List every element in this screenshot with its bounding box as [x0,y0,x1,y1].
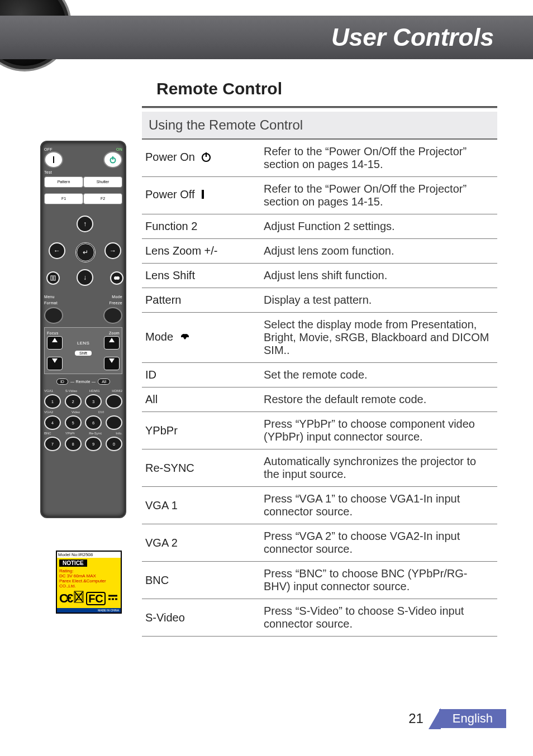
table-row: Mode Select the display mode from Presen… [142,313,497,363]
power-on-icon [103,151,122,168]
remote-num-button: 3 [85,394,102,409]
key-vga2: VGA 2 [142,524,260,562]
remote-shift-button: Shift [75,351,92,356]
desc: Set the remote code. [260,363,497,387]
table-row: Power Off Refer to the “Power On/Off the… [142,177,497,214]
remote-format-label: Format [44,301,58,305]
compliance-notice-label: Model No:IR2508 NOTICE Rating: DC 3V 60m… [56,551,122,614]
remote-mode-label: Mode [112,295,122,299]
remote-src-label: HDMI1 [89,389,100,393]
desc: Automatically synchronizes the projector… [260,449,497,487]
desc: Select the display mode from Presentatio… [260,313,497,363]
desc: Adjust lens zoom function. [260,239,497,264]
key-resync: Re-SYNC [142,449,260,487]
page-footer: 21 English [408,708,506,729]
table-row: S-VideoPress “S-Video” to choose S-Video… [142,599,497,637]
key-pattern: Pattern [142,288,260,313]
desc: Press “S-Video” to choose S-Video input … [260,599,497,637]
menu-icon [46,271,60,285]
svg-rect-3 [53,156,54,163]
remote-num-button [106,394,122,409]
notice-line: DC 3V 60mA MAX [59,573,118,578]
desc: Press “BNC” to choose BNC (YPbPr/RG-BHV)… [260,562,497,599]
remote-off-label: OFF [44,147,63,151]
key-lens-shift: Lens Shift [142,264,260,288]
remote-src-label: Info. [116,432,122,435]
remote-f2-button: F2 [83,193,122,204]
remote-src-label: HDMI2 [112,389,122,393]
table-row: Lens Zoom +/-Adjust lens zoom function. [142,239,497,264]
desc: Restore the default remote code. [260,387,497,412]
remote-num-button: 4 [44,415,61,430]
language-label: English [439,709,506,728]
remote-shutter-button: Shutter [83,176,122,188]
remote-src-label: BNC [44,432,51,435]
remote-num-button: 1 [44,394,61,409]
remote-test-label: Test [44,170,122,174]
power-on-icon [201,151,212,165]
remote-all-button: All [98,379,110,385]
remote-function-table: Using the Remote Control Power On Refer … [142,112,497,637]
table-header: Using the Remote Control [142,112,497,139]
page-number: 21 [408,711,423,726]
table-row: YPbPrPress “YPbPr” to choose component v… [142,412,497,449]
power-off-icon [44,151,63,168]
key-mode: Mode [142,313,260,363]
table-row: BNCPress “BNC” to choose BNC (YPbPr/RG-B… [142,562,497,599]
power-off-icon [200,189,206,203]
remote-focus-label: Focus [47,331,59,335]
header-banner: User Controls [0,16,533,59]
fc-icon: FC [86,592,106,605]
key-power-on: Power On [142,139,260,177]
remote-lens-label: LENS [77,341,89,346]
desc: Adjust Function 2 settings. [260,214,497,239]
table-row: Re-SYNCAutomatically synchronizes the pr… [142,449,497,487]
footer-slash-graphic [427,708,440,729]
dc-icon [108,592,118,604]
key-id: ID [142,363,260,387]
notice-line: Rating: [59,568,118,573]
remote-menu-label: Menu [44,295,55,299]
section-rule [142,106,497,108]
arrow-right-icon: → [104,242,121,259]
table-row: Lens ShiftAdjust lens shift function. [142,264,497,288]
key-all: All [142,387,260,412]
key-lens-zoom: Lens Zoom +/- [142,239,260,264]
weee-icon [74,591,84,606]
table-row: IDSet the remote code. [142,363,497,387]
table-row: Power On Refer to the “Power On/Off the … [142,139,497,177]
key-function2: Function 2 [142,214,260,239]
svg-point-11 [116,276,120,280]
mode-icon [110,271,123,285]
enter-icon: ↵ [75,242,96,262]
remote-f1-button: F1 [44,193,83,204]
remote-illustration: OFF ON Test Pattern Shutter F1 F2 ↑ ↓ ← … [40,141,126,518]
desc: Press “VGA 1” to choose VGA1-In input co… [260,487,497,524]
made-in-label: MADE IN CHINA [57,608,121,613]
svg-rect-2 [202,190,204,199]
focus-down-icon [47,357,63,370]
remote-freeze-label: Freeze [109,301,122,305]
key-ypbpr: YPbPr [142,412,260,449]
remote-num-button: 0 [106,437,122,451]
remote-on-label: ON [103,147,122,151]
arrow-up-icon: ↑ [77,216,93,232]
desc: Press “YPbPr” to choose component video … [260,412,497,449]
zoom-up-icon [104,336,120,350]
arrow-left-icon: ← [49,242,65,259]
remote-numpad: VGA1 S-Video HDMI1 HDMI2 1 2 3 VGA2 Vide… [44,389,122,451]
remote-num-button: 8 [65,437,82,451]
desc: Refer to the “Power On/Off the Projector… [260,139,497,177]
remote-format-button [44,307,63,324]
remote-freeze-button [103,307,122,324]
table-row: AllRestore the default remote code. [142,387,497,412]
notice-header: NOTICE [59,559,87,567]
remote-src-label: DVI [98,410,104,414]
remote-num-button: 5 [65,415,82,430]
remote-lens-box: Focus Zoom LENS Shift [44,327,122,374]
remote-remote-label: — Remote — [70,380,96,384]
desc: Refer to the “Power On/Off the Projector… [260,177,497,214]
desc: Display a test pattern. [260,288,497,313]
table-row: PatternDisplay a test pattern. [142,288,497,313]
remote-num-button: 9 [85,437,102,451]
